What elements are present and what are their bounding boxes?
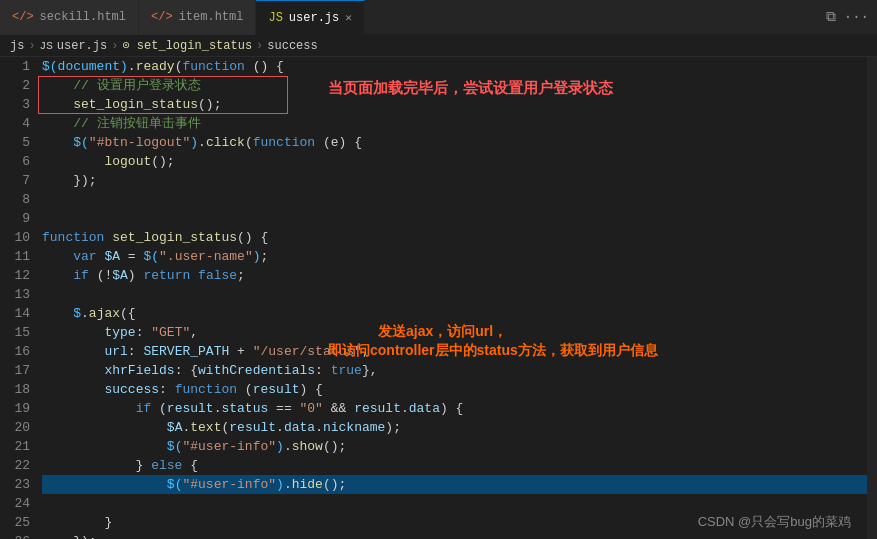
html-icon-2: </> xyxy=(151,10,173,24)
code-line-22: } else { xyxy=(42,456,867,475)
ln-8: 8 xyxy=(0,190,30,209)
tab-label-seckill: seckill.html xyxy=(40,10,126,24)
code-line-7: }); xyxy=(42,171,867,190)
tab-user[interactable]: JS user.js ✕ xyxy=(256,0,364,35)
code-line-4: // 注销按钮单击事件 xyxy=(42,114,867,133)
ln-12: 12 xyxy=(0,266,30,285)
code-line-26: }); xyxy=(42,532,867,539)
code-line-11: var $A = $(".user-name"); xyxy=(42,247,867,266)
ln-18: 18 xyxy=(0,380,30,399)
code-line-10: function set_login_status() { xyxy=(42,228,867,247)
minimap xyxy=(867,57,877,539)
tab-close-user[interactable]: ✕ xyxy=(345,11,352,24)
ln-2: 2 xyxy=(0,76,30,95)
html-icon: </> xyxy=(12,10,34,24)
code-line-1: $(document).ready(function () { xyxy=(42,57,867,76)
breadcrumb-filename: user.js xyxy=(57,39,107,53)
ln-9: 9 xyxy=(0,209,30,228)
ln-22: 22 xyxy=(0,456,30,475)
ln-6: 6 xyxy=(0,152,30,171)
line-numbers: 1 2 3 4 5 6 7 8 9 10 11 12 13 14 15 16 1… xyxy=(0,57,38,539)
ln-11: 11 xyxy=(0,247,30,266)
ln-21: 21 xyxy=(0,437,30,456)
ln-25: 25 xyxy=(0,513,30,532)
code-line-13 xyxy=(42,285,867,304)
code-line-21: $("#user-info").show(); xyxy=(42,437,867,456)
code-line-23: $("#user-info").hide(); xyxy=(42,475,867,494)
code-line-18: success: function (result) { xyxy=(42,380,867,399)
breadcrumb-success: success xyxy=(267,39,317,53)
code-line-9 xyxy=(42,209,867,228)
code-line-15: type: "GET", xyxy=(42,323,867,342)
breadcrumb-sep-1: › xyxy=(28,39,35,53)
breadcrumb-function: ⊙ set_login_status xyxy=(122,38,252,53)
tab-label-user: user.js xyxy=(289,11,339,25)
breadcrumb-sep-2: › xyxy=(111,39,118,53)
code-line-24 xyxy=(42,494,867,513)
ln-3: 3 xyxy=(0,95,30,114)
tab-seckill[interactable]: </> seckill.html xyxy=(0,0,139,35)
ln-16: 16 xyxy=(0,342,30,361)
breadcrumb-sep-3: › xyxy=(256,39,263,53)
editor: 1 2 3 4 5 6 7 8 9 10 11 12 13 14 15 16 1… xyxy=(0,57,877,539)
code-line-6: logout(); xyxy=(42,152,867,171)
breadcrumb: js › JS user.js › ⊙ set_login_status › s… xyxy=(0,35,877,57)
js-icon: JS xyxy=(268,11,282,25)
ln-24: 24 xyxy=(0,494,30,513)
split-editor-icon[interactable]: ⧉ xyxy=(826,9,836,25)
code-line-14: $.ajax({ xyxy=(42,304,867,323)
ln-5: 5 xyxy=(0,133,30,152)
ln-19: 19 xyxy=(0,399,30,418)
code-line-25: } xyxy=(42,513,867,532)
tab-actions: ⧉ ··· xyxy=(818,9,877,25)
ln-1: 1 xyxy=(0,57,30,76)
tab-item[interactable]: </> item.html xyxy=(139,0,256,35)
code-line-19: if (result.status == "0" && result.data)… xyxy=(42,399,867,418)
ln-23: 23 xyxy=(0,475,30,494)
tab-label-item: item.html xyxy=(179,10,244,24)
code-line-12: if (!$A) return false; xyxy=(42,266,867,285)
ln-7: 7 xyxy=(0,171,30,190)
ln-13: 13 xyxy=(0,285,30,304)
breadcrumb-js: js xyxy=(10,39,24,53)
ln-4: 4 xyxy=(0,114,30,133)
code-line-2: // 设置用户登录状态 xyxy=(42,76,867,95)
code-line-5: $("#btn-logout").click(function (e) { xyxy=(42,133,867,152)
code-line-20: $A.text(result.data.nickname); xyxy=(42,418,867,437)
ln-15: 15 xyxy=(0,323,30,342)
ln-10: 10 xyxy=(0,228,30,247)
ln-14: 14 xyxy=(0,304,30,323)
ln-20: 20 xyxy=(0,418,30,437)
code-line-3: set_login_status(); xyxy=(42,95,867,114)
ln-17: 17 xyxy=(0,361,30,380)
code-area[interactable]: $(document).ready(function () { // 设置用户登… xyxy=(38,57,867,539)
code-line-17: xhrFields: {withCredentials: true}, xyxy=(42,361,867,380)
code-line-8 xyxy=(42,190,867,209)
ln-26: 26 xyxy=(0,532,30,539)
breadcrumb-js-icon: JS xyxy=(40,40,53,52)
more-actions-icon[interactable]: ··· xyxy=(844,9,869,25)
code-line-16: url: SERVER_PATH + "/user/status", xyxy=(42,342,867,361)
tab-bar: </> seckill.html </> item.html JS user.j… xyxy=(0,0,877,35)
